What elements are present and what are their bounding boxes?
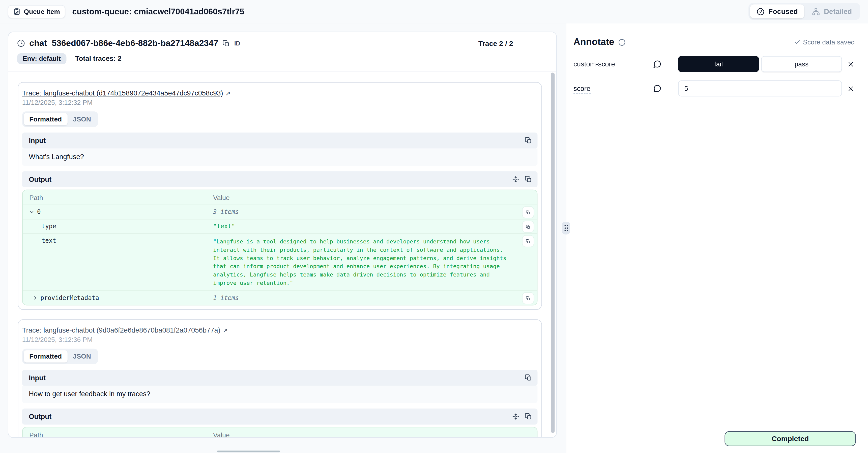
copy-input-button[interactable]: [525, 137, 532, 144]
table-row: 0 3 items: [23, 204, 537, 219]
copy-row-value-button[interactable]: [523, 221, 534, 232]
option-pass-button[interactable]: pass: [761, 56, 842, 72]
main-area: chat_536ed067-b86e-4eb6-882b-ba27148a234…: [0, 23, 868, 453]
copy-icon: [525, 374, 532, 381]
delete-score-button[interactable]: [847, 85, 855, 92]
info-icon[interactable]: [618, 39, 625, 46]
top-header: Queue item custom-queue: cmiacwel70041ad…: [0, 0, 868, 23]
queue-item-badge-label: Queue item: [24, 7, 60, 16]
copy-icon: [526, 238, 530, 244]
trace-scroll-area: Trace: langfuse-chatbot (d174b1589072e43…: [8, 72, 556, 436]
save-status: Score data saved: [794, 38, 855, 46]
input-text: How to get user feedback in my traces?: [22, 386, 538, 403]
copy-output-button[interactable]: [525, 413, 532, 420]
page-title: custom-queue: cmiacwel70041ad060s7tlr75: [72, 6, 244, 16]
annotate-panel: Annotate Score data saved custom-score f…: [566, 23, 868, 453]
trace-timestamp: 11/12/2025, 3:12:32 PM: [22, 99, 538, 107]
grip-dots-icon: [564, 225, 568, 232]
option-fail-button[interactable]: fail: [678, 56, 759, 72]
detailed-label: Detailed: [824, 7, 852, 16]
copy-icon: [526, 224, 530, 230]
format-tabs: Formatted JSON: [22, 349, 98, 364]
copy-icon: [223, 40, 230, 47]
table-header-row: Path Value: [23, 427, 537, 436]
table-row: type "text": [23, 219, 537, 233]
copy-input-button[interactable]: [525, 374, 532, 381]
tab-json[interactable]: JSON: [67, 350, 97, 362]
panel-divider: [566, 23, 566, 453]
chevron-right-icon[interactable]: [33, 295, 38, 301]
copy-icon: [526, 295, 530, 301]
detailed-toggle-button[interactable]: Detailed: [806, 4, 859, 19]
vertical-scrollbar: [551, 73, 555, 432]
categorical-options: fail pass: [678, 56, 842, 72]
trace-panel-header: chat_536ed067-b86e-4eb6-882b-ba27148a234…: [8, 32, 556, 72]
score-label: custom-score: [574, 60, 653, 68]
value-column-header: Value: [207, 190, 537, 204]
delete-score-button[interactable]: [847, 60, 855, 68]
trace-counter: Trace 2 / 2: [478, 39, 548, 48]
clock-icon: [17, 39, 25, 47]
focused-label: Focused: [768, 7, 798, 16]
trace-region: chat_536ed067-b86e-4eb6-882b-ba27148a234…: [0, 23, 566, 453]
chevron-down-icon[interactable]: [29, 209, 34, 215]
output-json-table: Path Value 0 3 items: [22, 427, 538, 437]
scrollbar-thumb[interactable]: [551, 73, 555, 433]
close-icon: [847, 60, 855, 68]
input-header: Input: [22, 133, 538, 149]
queue-item-badge: Queue item: [8, 5, 66, 18]
table-row: text "Langfuse is a tool designed to hel…: [23, 233, 537, 290]
trace-panel: chat_536ed067-b86e-4eb6-882b-ba27148a234…: [8, 32, 557, 438]
expand-output-button[interactable]: [512, 413, 519, 420]
tab-formatted[interactable]: Formatted: [24, 350, 67, 362]
check-icon: [794, 39, 800, 46]
focused-toggle-button[interactable]: Focused: [750, 4, 804, 19]
path-column-header: Path: [23, 190, 207, 204]
tree-view-icon: [812, 7, 820, 16]
session-title: chat_536ed067-b86e-4eb6-882b-ba27148a234…: [29, 38, 218, 48]
env-badge: Env: default: [17, 53, 66, 64]
total-traces: Total traces: 2: [75, 55, 122, 63]
score-row-custom-score: custom-score fail pass: [574, 56, 855, 72]
trace-link-1[interactable]: Trace: langfuse-chatbot (d174b1589072e43…: [22, 89, 230, 97]
trace-item-1: Trace: langfuse-chatbot (d174b1589072e43…: [18, 82, 542, 310]
comment-icon[interactable]: [653, 84, 661, 93]
unfold-vertical-icon: [512, 176, 519, 183]
tab-formatted[interactable]: Formatted: [24, 113, 67, 125]
clipboard-pen-icon: [13, 8, 21, 15]
input-text: What's Langfuse?: [22, 148, 538, 166]
table-row: providerMetadata 1 items: [23, 290, 537, 305]
copy-output-button[interactable]: [525, 176, 532, 183]
format-tabs: Formatted JSON: [22, 111, 98, 127]
copy-icon: [526, 209, 530, 216]
copy-row-value-button[interactable]: [523, 235, 534, 247]
horizontal-scrollbar[interactable]: [217, 451, 280, 453]
trace-item-2: Trace: langfuse-chatbot (9d0a6f2e6de8670…: [18, 319, 542, 436]
score-row-score: score: [574, 80, 855, 96]
completed-button[interactable]: Completed: [724, 431, 856, 446]
view-toggle: Focused Detailed: [748, 3, 861, 20]
expand-output-button[interactable]: [512, 176, 519, 183]
close-icon: [847, 85, 855, 92]
annotate-title: Annotate: [574, 37, 614, 48]
unfold-vertical-icon: [512, 413, 519, 420]
copy-row-value-button[interactable]: [523, 207, 534, 218]
output-header: Output: [22, 408, 538, 425]
resize-handle[interactable]: [562, 222, 570, 234]
input-header: Input: [22, 370, 538, 386]
copy-id-button[interactable]: [223, 40, 230, 47]
copy-row-value-button[interactable]: [523, 293, 534, 304]
path-column-header: Path: [23, 427, 207, 436]
copy-icon: [525, 176, 532, 183]
score-label: score: [574, 85, 653, 92]
output-header: Output: [22, 171, 538, 187]
tab-json[interactable]: JSON: [67, 113, 97, 125]
copy-icon: [525, 413, 532, 420]
value-column-header: Value: [207, 427, 537, 436]
output-json-table: Path Value 0 3 items: [22, 190, 538, 306]
score-input[interactable]: [678, 80, 842, 96]
comment-icon[interactable]: [653, 60, 661, 68]
external-link-icon: ↗: [223, 327, 228, 334]
id-label: ID: [234, 40, 240, 47]
trace-link-2[interactable]: Trace: langfuse-chatbot (9d0a6f2e6de8670…: [22, 327, 228, 334]
